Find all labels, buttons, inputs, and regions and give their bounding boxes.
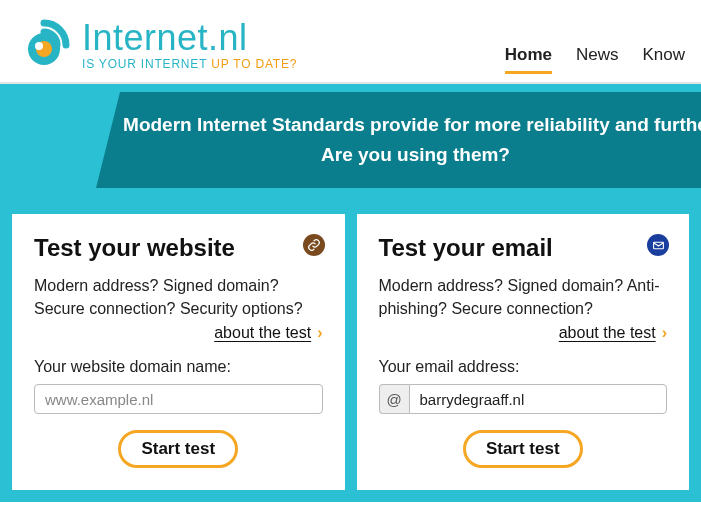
start-test-email-button[interactable]: Start test <box>463 430 583 468</box>
about-email-link[interactable]: about the test <box>559 324 656 341</box>
email-address-input[interactable] <box>409 384 668 414</box>
nav-home[interactable]: Home <box>505 45 552 74</box>
email-input-row: @ <box>379 384 668 414</box>
at-prefix: @ <box>379 384 409 414</box>
banner: Modern Internet Standards provide for mo… <box>0 92 701 188</box>
logo-icon <box>16 17 72 73</box>
logo[interactable]: Internet.nl IS YOUR INTERNETUP TO DATE? <box>16 17 297 73</box>
teal-band <box>0 84 701 92</box>
mail-icon <box>647 234 669 256</box>
nav: Home News Know <box>505 45 685 82</box>
card-website: Test your website Modern address? Signed… <box>12 214 345 490</box>
banner-line1: Modern Internet Standards provide for mo… <box>123 110 701 140</box>
chevron-right-icon: › <box>662 324 667 341</box>
chevron-right-icon: › <box>317 324 322 341</box>
card-email-desc: Modern address? Signed domain? Anti-phis… <box>379 274 668 320</box>
banner-line2: Are you using them? <box>123 140 701 170</box>
cards: Test your website Modern address? Signed… <box>0 214 701 502</box>
nav-know[interactable]: Know <box>642 45 685 74</box>
svg-point-2 <box>35 42 43 50</box>
card-email: Test your email Modern address? Signed d… <box>357 214 690 490</box>
about-website-link[interactable]: about the test <box>214 324 311 341</box>
logo-text: Internet.nl IS YOUR INTERNETUP TO DATE? <box>82 20 297 70</box>
card-email-title: Test your email <box>379 234 668 262</box>
start-test-website-button[interactable]: Start test <box>118 430 238 468</box>
nav-news[interactable]: News <box>576 45 619 74</box>
link-icon <box>303 234 325 256</box>
header: Internet.nl IS YOUR INTERNETUP TO DATE? … <box>0 0 701 84</box>
website-input-row <box>34 384 323 414</box>
card-website-title: Test your website <box>34 234 323 262</box>
logo-subtitle: IS YOUR INTERNETUP TO DATE? <box>82 58 297 70</box>
banner-wrap: Modern Internet Standards provide for mo… <box>0 92 701 218</box>
card-website-desc: Modern address? Signed domain? Secure co… <box>34 274 323 320</box>
card-website-about: about the test› <box>34 324 323 342</box>
website-input-label: Your website domain name: <box>34 358 323 376</box>
email-input-label: Your email address: <box>379 358 668 376</box>
website-domain-input[interactable] <box>34 384 323 414</box>
logo-title: Internet.nl <box>82 20 297 56</box>
card-email-about: about the test› <box>379 324 668 342</box>
